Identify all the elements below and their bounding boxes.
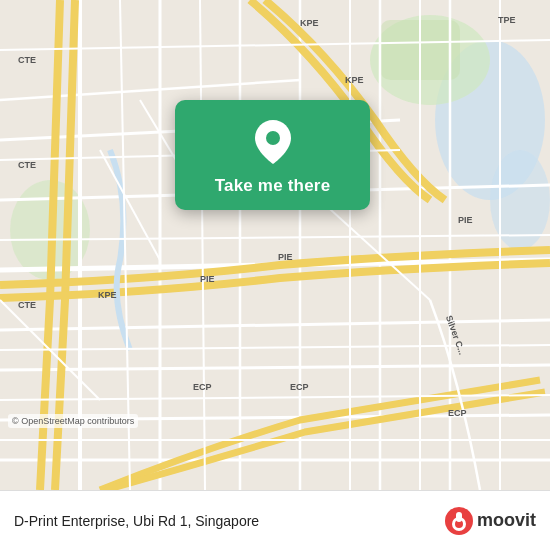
- svg-point-35: [266, 131, 280, 145]
- bottom-bar: D-Print Enterprise, Ubi Rd 1, Singapore …: [0, 490, 550, 550]
- location-pin-icon: [249, 118, 297, 166]
- place-info: D-Print Enterprise, Ubi Rd 1, Singapore: [14, 513, 259, 529]
- map-container: CTE CTE CTE KPE KPE KPE PIE PIE PIE ECP …: [0, 0, 550, 490]
- moovit-icon: [445, 507, 473, 535]
- action-label: Take me there: [215, 176, 331, 196]
- action-card[interactable]: Take me there: [175, 100, 370, 210]
- place-name: D-Print Enterprise, Ubi Rd 1, Singapore: [14, 513, 259, 529]
- svg-rect-39: [456, 512, 462, 522]
- copyright-text: © OpenStreetMap contributors: [8, 414, 138, 428]
- moovit-logo: moovit: [445, 507, 536, 535]
- moovit-text: moovit: [477, 510, 536, 531]
